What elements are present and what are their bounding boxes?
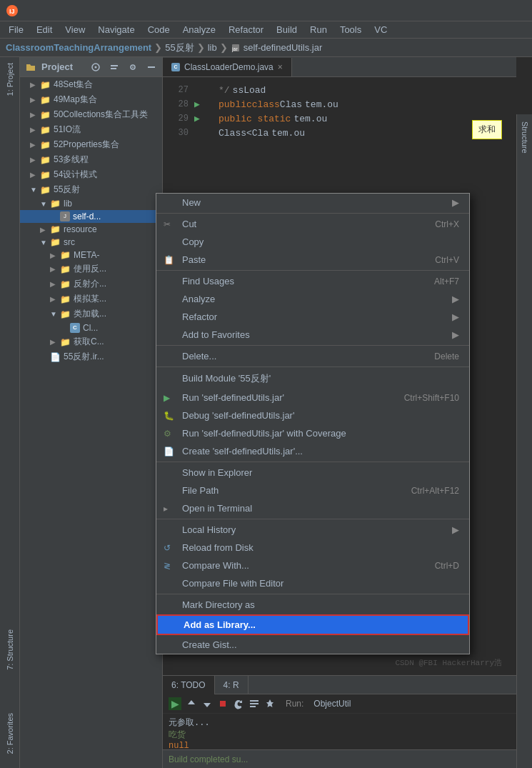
jar-breadcrumb-icon: jar	[231, 43, 241, 53]
run-stop-icon[interactable]	[217, 698, 229, 709]
context-menu: New ▶ ✂ Cut Ctrl+X Copy 📋 Paste Ctrl+V F…	[156, 193, 470, 654]
tree-item-55[interactable]: ▼ 📁 55反射	[20, 182, 162, 197]
svg-rect-6	[111, 65, 118, 66]
ctx-item-copy[interactable]: Copy	[156, 233, 469, 251]
coverage-icon: ⚙	[164, 429, 178, 439]
ctx-item-show-explorer[interactable]: Show in Explorer	[156, 464, 469, 482]
breadcrumb-item-1[interactable]: 55反射	[165, 41, 194, 54]
menu-file[interactable]: File	[3, 23, 29, 36]
ctx-item-compare-editor[interactable]: Compare File with Editor	[156, 574, 469, 592]
ctx-item-file-path[interactable]: File Path Ctrl+Alt+F12	[156, 482, 469, 499]
run-pin-icon[interactable]	[264, 698, 276, 709]
menu-navigate[interactable]: Navigate	[92, 23, 140, 36]
menu-vc[interactable]: VC	[368, 23, 393, 36]
breadcrumb-item-3[interactable]: self-definedUtils.jar	[244, 42, 323, 53]
ctx-item-delete[interactable]: Delete... Delete	[156, 347, 469, 365]
project-header: Project	[20, 57, 162, 77]
run-arrow-up-icon[interactable]	[186, 698, 197, 709]
tree-item-lib[interactable]: ▼ 📁 lib	[20, 197, 162, 210]
reload-icon: ↺	[164, 543, 178, 553]
project-title: Project	[41, 61, 73, 72]
ctx-item-build-module[interactable]: Build Module '55反射'	[156, 369, 469, 389]
tree-item-jar[interactable]: J self-d...	[20, 210, 162, 223]
bottom-tab-todo[interactable]: 6: TODO	[163, 676, 215, 694]
run-play-button[interactable]: ▶	[169, 697, 181, 710]
tree-item[interactable]: ▶ 📁 54设计模式	[20, 167, 162, 182]
svg-text:IJ: IJ	[9, 8, 15, 15]
project-collapse-icon[interactable]	[109, 62, 119, 72]
project-locate-icon[interactable]	[91, 62, 101, 72]
breadcrumb-item-0[interactable]: ClassroomTeachingArrangement	[6, 42, 151, 53]
app-logo: IJ	[6, 4, 19, 17]
menu-run[interactable]: Run	[304, 23, 333, 36]
run-reload-icon[interactable]	[233, 698, 244, 709]
ctx-item-reload-disk[interactable]: ↺ Reload from Disk	[156, 539, 469, 557]
ctx-item-run-jar[interactable]: ▶ Run 'self-definedUtils.jar' Ctrl+Shift…	[156, 389, 469, 407]
run-list-icon[interactable]	[249, 698, 260, 709]
tree-item-cl[interactable]: C Cl...	[20, 321, 162, 334]
menu-refactor[interactable]: Refactor	[223, 23, 269, 36]
run-file-label: ObjectUtil	[313, 699, 351, 709]
menu-view[interactable]: View	[59, 23, 91, 36]
ctx-item-new[interactable]: New ▶	[156, 194, 469, 211]
ctx-item-mark-directory[interactable]: Mark Directory as	[156, 596, 469, 614]
tree-item-classloader[interactable]: ▼ 📁 类加载...	[20, 306, 162, 321]
ctx-item-compare-with[interactable]: ≷ Compare With... Ctrl+D	[156, 557, 469, 574]
code-line-27: 27 */ ssLoad	[163, 83, 516, 97]
ctx-separator	[156, 594, 469, 594]
sidebar-label-project[interactable]: 1: Project	[6, 63, 14, 96]
tree-item-reflect[interactable]: ▶ 📁 反射介...	[20, 276, 162, 291]
menu-code[interactable]: Code	[142, 23, 176, 36]
ctx-item-paste[interactable]: 📋 Paste Ctrl+V	[156, 251, 469, 269]
project-settings-icon[interactable]	[128, 62, 138, 72]
tree-item-use[interactable]: ▶ 📁 使用反...	[20, 261, 162, 276]
ctx-item-find-usages[interactable]: Find Usages Alt+F7	[156, 272, 469, 290]
ctx-item-open-terminal[interactable]: ▸ Open in Terminal	[156, 499, 469, 517]
breadcrumb: ClassroomTeachingArrangement ❯ 55反射 ❯ li…	[0, 39, 532, 57]
ctx-separator	[156, 462, 469, 462]
menu-bar: File Edit View Navigate Code Analyze Ref…	[0, 21, 532, 39]
menu-edit[interactable]: Edit	[31, 23, 58, 36]
ctx-item-add-favorites[interactable]: Add to Favorites ▶	[156, 326, 469, 344]
tree-item[interactable]: ▶ 📁 48Set集合	[20, 77, 162, 92]
menu-tools[interactable]: Tools	[334, 23, 367, 36]
tree-item-meta[interactable]: ▶ 📁 META-	[20, 249, 162, 261]
tree-item-resource[interactable]: ▶ 📁 resource	[20, 223, 162, 236]
ctx-item-create-gist[interactable]: Create Gist...	[156, 636, 469, 654]
tree-item[interactable]: ▶ 📁 49Map集合	[20, 92, 162, 107]
ctx-item-run-coverage[interactable]: ⚙ Run 'self-definedUtils.jar' with Cover…	[156, 424, 469, 442]
tree-item-get[interactable]: ▶ 📁 获取C...	[20, 334, 162, 349]
ctx-item-refactor[interactable]: Refactor ▶	[156, 308, 469, 326]
svg-point-9	[132, 66, 134, 68]
ctx-item-debug-jar[interactable]: 🐛 Debug 'self-definedUtils.jar'	[156, 407, 469, 424]
ctx-item-local-history[interactable]: Local History ▶	[156, 521, 469, 539]
tree-item[interactable]: ▶ 📁 50Collections集合工具类	[20, 107, 162, 122]
ctx-item-add-library[interactable]: Add as Library...	[156, 614, 469, 635]
bottom-tab-run[interactable]: 4: R	[215, 676, 249, 694]
menu-analyze[interactable]: Analyze	[177, 23, 221, 36]
tree-item-src[interactable]: ▼ 📁 src	[20, 236, 162, 249]
code-line-29: 29 ▶ public static tem.ou	[163, 111, 516, 126]
project-panel: Project ▶ 📁	[20, 57, 163, 768]
tree-item[interactable]: ▶ 📁 51IO流	[20, 122, 162, 137]
tree-item[interactable]: ▶ 📁 53多线程	[20, 152, 162, 167]
sidebar-label-structure[interactable]: 7: Structure	[6, 629, 14, 670]
status-bar: Build completed su...	[163, 749, 516, 768]
project-minimize-icon[interactable]	[146, 62, 156, 72]
run-arrow-down-icon[interactable]	[201, 698, 213, 709]
ctx-separator	[156, 366, 469, 367]
ctx-item-create-jar[interactable]: 📄 Create 'self-definedUtils.jar'...	[156, 442, 469, 460]
menu-build[interactable]: Build	[271, 23, 303, 36]
ctx-item-cut[interactable]: ✂ Cut Ctrl+X	[156, 215, 469, 233]
ctx-separator	[156, 519, 469, 519]
tree-item[interactable]: ▶ 📁 52Properties集合	[20, 137, 162, 152]
sidebar-label-favorites[interactable]: 2: Favorites	[6, 713, 14, 754]
tab-close-icon[interactable]: ×	[278, 62, 283, 72]
ctx-item-analyze[interactable]: Analyze ▶	[156, 290, 469, 308]
java-file-icon: C	[171, 63, 180, 71]
tab-classloaderdemo[interactable]: C ClassLoaderDemo.java ×	[163, 58, 292, 76]
tree-item-simulate[interactable]: ▶ 📁 模拟某...	[20, 291, 162, 306]
breadcrumb-item-2[interactable]: lib	[208, 42, 217, 53]
tree-item-iml[interactable]: 📄 55反射.ir...	[20, 349, 162, 364]
right-structure-label[interactable]: Structure	[521, 121, 529, 154]
